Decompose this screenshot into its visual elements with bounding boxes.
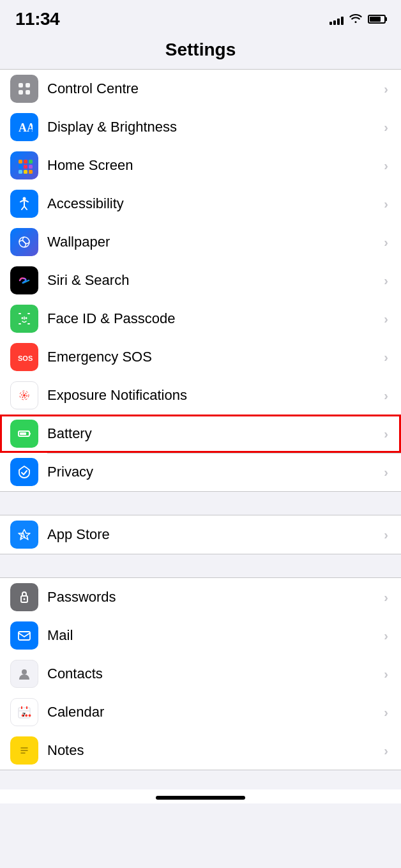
settings-row-wallpaper[interactable]: Wallpaper › <box>0 223 401 261</box>
svg-rect-12 <box>24 170 27 174</box>
face-id-chevron: › <box>384 312 388 326</box>
emergency-sos-chevron: › <box>384 350 388 365</box>
wallpaper-chevron: › <box>384 235 388 250</box>
home-screen-chevron: › <box>384 158 388 173</box>
svg-point-26 <box>23 394 26 397</box>
mail-icon <box>10 621 38 650</box>
settings-row-contacts[interactable]: Contacts › <box>0 655 401 693</box>
svg-point-20 <box>22 317 24 319</box>
privacy-icon <box>10 458 38 486</box>
settings-row-privacy[interactable]: Privacy › <box>0 453 401 491</box>
privacy-label: Privacy <box>47 464 379 480</box>
settings-row-emergency-sos[interactable]: SOS Emergency SOS › <box>0 338 401 376</box>
svg-rect-3 <box>26 90 30 95</box>
settings-row-home-screen[interactable]: Home Screen › <box>0 146 401 185</box>
svg-rect-17 <box>27 313 30 314</box>
settings-row-siri[interactable]: Siri & Search › <box>0 261 401 300</box>
svg-rect-18 <box>19 323 21 324</box>
svg-rect-7 <box>29 160 33 164</box>
svg-point-14 <box>23 197 26 201</box>
settings-row-notes[interactable]: Notes › <box>0 731 401 770</box>
svg-rect-1 <box>26 83 30 88</box>
passwords-icon <box>10 583 38 611</box>
passwords-chevron: › <box>384 590 388 605</box>
passwords-label: Passwords <box>47 589 379 605</box>
svg-point-21 <box>26 317 27 319</box>
battery-status-icon <box>368 15 386 24</box>
accessibility-icon <box>10 190 38 218</box>
exposure-icon <box>10 381 38 409</box>
svg-text:7: 7 <box>22 712 26 718</box>
settings-row-exposure[interactable]: Exposure Notifications › <box>0 376 401 415</box>
svg-rect-5 <box>19 160 22 164</box>
settings-row-accessibility[interactable]: Accessibility › <box>0 185 401 223</box>
svg-rect-28 <box>29 433 31 435</box>
settings-row-app-store[interactable]: A App Store › <box>0 515 401 554</box>
settings-row-mail[interactable]: Mail › <box>0 616 401 655</box>
svg-text:SOS: SOS <box>18 354 33 362</box>
contacts-label: Contacts <box>47 666 379 682</box>
settings-row-battery[interactable]: Battery › <box>0 415 401 453</box>
battery-chevron: › <box>384 427 388 441</box>
settings-row-face-id[interactable]: Face ID & Passcode › <box>0 300 401 338</box>
svg-text:A: A <box>20 531 26 540</box>
calendar-icon: ●●● 7 <box>10 698 38 726</box>
contacts-chevron: › <box>384 667 388 681</box>
wallpaper-icon <box>10 228 38 256</box>
home-bar <box>0 789 401 803</box>
svg-rect-13 <box>29 170 33 174</box>
battery-icon <box>10 420 38 448</box>
settings-row-display[interactable]: AA Display & Brightness › <box>0 108 401 146</box>
home-bar-pill <box>156 796 245 800</box>
calendar-label: Calendar <box>47 704 379 720</box>
home-screen-label: Home Screen <box>47 157 379 174</box>
settings-group-2: A App Store › <box>0 515 401 554</box>
status-time: 11:34 <box>15 9 59 29</box>
wifi-icon <box>349 13 363 26</box>
display-chevron: › <box>384 120 388 135</box>
mail-label: Mail <box>47 627 379 644</box>
gap-1 <box>0 492 401 515</box>
exposure-label: Exposure Notifications <box>47 387 379 404</box>
page-title: Settings <box>0 34 401 69</box>
face-id-label: Face ID & Passcode <box>47 310 379 327</box>
signal-icon <box>329 13 344 25</box>
app-store-chevron: › <box>384 528 388 542</box>
app-store-label: App Store <box>47 526 379 543</box>
svg-point-32 <box>24 598 26 600</box>
settings-row-control-centre[interactable]: Control Centre › <box>0 70 401 108</box>
svg-text:AA: AA <box>19 121 33 134</box>
svg-rect-9 <box>24 165 27 169</box>
notes-label: Notes <box>47 742 379 759</box>
gap-2 <box>0 554 401 577</box>
status-icons <box>329 13 386 26</box>
siri-label: Siri & Search <box>47 272 379 289</box>
svg-point-34 <box>22 669 27 674</box>
control-centre-icon <box>10 75 38 103</box>
settings-row-passwords[interactable]: Passwords › <box>0 578 401 616</box>
control-centre-label: Control Centre <box>47 80 379 97</box>
svg-rect-19 <box>27 323 30 324</box>
svg-rect-10 <box>29 165 33 169</box>
contacts-icon <box>10 660 38 688</box>
siri-icon <box>10 266 38 294</box>
svg-rect-8 <box>19 165 22 169</box>
settings-group-3: Passwords › Mail › Contacts › <box>0 577 401 770</box>
calendar-chevron: › <box>384 705 388 720</box>
svg-rect-29 <box>20 432 26 435</box>
svg-rect-16 <box>19 313 21 314</box>
battery-label: Battery <box>47 425 379 442</box>
privacy-chevron: › <box>384 465 388 480</box>
svg-rect-0 <box>19 83 23 88</box>
display-icon: AA <box>10 113 38 141</box>
notes-chevron: › <box>384 743 388 758</box>
accessibility-chevron: › <box>384 197 388 211</box>
svg-rect-2 <box>19 90 23 95</box>
emergency-sos-label: Emergency SOS <box>47 349 379 365</box>
mail-chevron: › <box>384 628 388 643</box>
svg-rect-11 <box>19 170 22 174</box>
app-store-icon: A <box>10 521 38 549</box>
settings-row-calendar[interactable]: ●●● 7 Calendar › <box>0 693 401 731</box>
exposure-chevron: › <box>384 388 388 403</box>
settings-group-1: Control Centre › AA Display & Brightness… <box>0 69 401 492</box>
